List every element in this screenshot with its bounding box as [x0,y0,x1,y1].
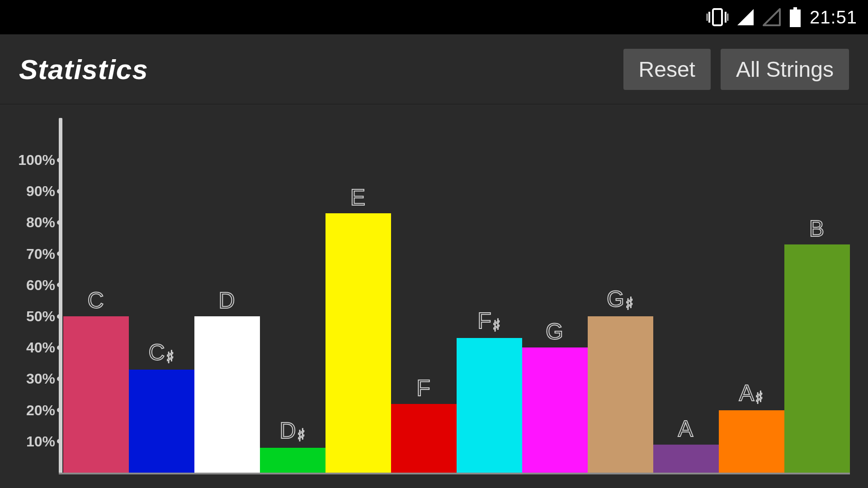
battery-icon [789,7,802,27]
bar-label: G♯ [607,286,634,314]
y-tick: 10% [17,433,55,450]
bar-slot: A♯ [719,160,784,473]
bar-label: C [87,287,104,314]
bar-slot: D [194,160,260,473]
bar-slot: G♯ [588,160,653,473]
reset-button[interactable]: Reset [623,49,711,90]
svg-rect-3 [707,14,708,21]
svg-rect-0 [713,9,722,25]
bar-G: G [522,347,588,473]
bar-A: A [653,445,719,473]
svg-rect-5 [793,7,797,9]
chart-area: 10%20%30%40%50%60%70%80%90%100% CC♯DD♯EF… [0,104,868,488]
status-clock: 21:51 [810,7,857,28]
signal-full-icon [736,8,755,26]
vibrate-icon [707,7,728,27]
y-axis [59,118,62,474]
bar-B: B [784,244,850,473]
bar-label: F♯ [477,308,501,335]
bar-label: D [218,287,236,314]
svg-rect-6 [790,9,801,27]
bar-slot: C♯ [129,160,194,473]
bar-slot: F [391,160,457,473]
page-title: Statistics [19,53,148,85]
bar-label: G [546,319,564,345]
app-header: Statistics Reset All Strings [0,34,868,104]
bar-Gsharp: G♯ [588,316,653,473]
header-buttons: Reset All Strings [623,49,849,90]
bar-Csharp: C♯ [129,370,194,473]
bar-label: B [809,216,825,242]
y-tick: 40% [17,339,55,356]
x-axis [59,473,850,474]
y-tick: 100% [17,152,55,169]
bar-slot: D♯ [260,160,326,473]
y-tick: 20% [17,402,55,418]
bar-label: A [678,416,694,442]
bar-E: E [326,213,391,473]
bar-slot: A [653,160,719,473]
bar-Asharp: A♯ [719,410,784,473]
bar-slot: G [522,160,588,473]
bar-label: F [416,375,431,401]
svg-rect-1 [708,12,710,23]
bar-label: C♯ [148,339,175,367]
android-status-bar: 21:51 [0,0,868,34]
bar-Dsharp: D♯ [260,448,326,473]
statistics-bar-chart: 10%20%30%40%50%60%70%80%90%100% CC♯DD♯EF… [59,118,850,474]
y-tick: 30% [17,371,55,387]
bar-Fsharp: F♯ [457,338,522,473]
bar-slot: E [326,160,391,473]
bar-F: F [391,404,457,473]
y-tick: 50% [17,308,55,325]
svg-rect-4 [727,14,728,21]
y-tick: 90% [17,183,55,200]
y-tick: 70% [17,245,55,262]
bar-label: A♯ [739,380,764,408]
signal-empty-icon [763,8,781,26]
bar-label: E [350,184,366,211]
bar-C: C [63,316,129,473]
bar-slot: C [63,160,129,473]
bar-label: D♯ [279,418,306,445]
y-tick: 80% [17,214,55,231]
plot-region: CC♯DD♯EFF♯GG♯AA♯B [63,160,850,473]
strings-filter-button[interactable]: All Strings [721,49,849,90]
y-tick: 60% [17,277,55,293]
bar-slot: B [784,160,850,473]
bar-D: D [194,316,260,473]
svg-rect-2 [725,12,726,23]
bar-slot: F♯ [457,160,522,473]
